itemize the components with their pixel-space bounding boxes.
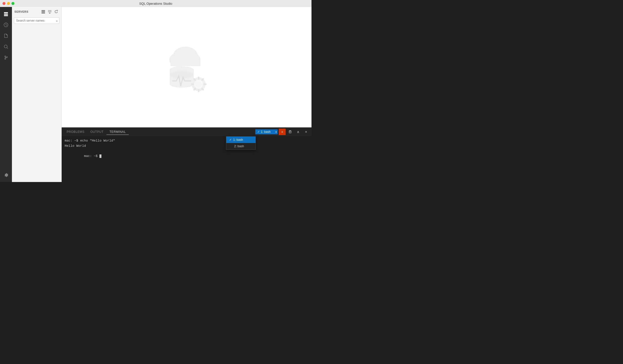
svg-rect-20 bbox=[171, 59, 200, 66]
session-option-1[interactable]: ✓ 1: bash bbox=[226, 137, 256, 143]
tab-output[interactable]: OUTPUT bbox=[88, 129, 107, 135]
svg-point-7 bbox=[5, 58, 6, 59]
sidebar-item-files[interactable] bbox=[1, 31, 11, 41]
svg-rect-29 bbox=[191, 83, 194, 85]
plus-icon: + bbox=[281, 130, 283, 134]
main-area: PROBLEMS OUTPUT TERMINAL ✓ 1: bash ▾ bbox=[62, 7, 312, 182]
sidebar-item-servers[interactable] bbox=[1, 9, 11, 19]
close-icon: × bbox=[305, 130, 307, 134]
session-1-label: 1: bash bbox=[233, 138, 243, 142]
terminal-line-1: mac: ~$ echo "Hello World" bbox=[65, 138, 309, 144]
svg-rect-0 bbox=[4, 12, 8, 13]
editor-area bbox=[62, 7, 312, 127]
check-icon: ✓ bbox=[229, 138, 232, 142]
tab-problems[interactable]: PROBLEMS bbox=[64, 129, 88, 135]
delete-terminal-button[interactable] bbox=[287, 129, 294, 135]
terminal-content: mac: ~$ echo "Hello World" Hello World m… bbox=[62, 136, 312, 182]
terminal-line-3: mac: ~$ bbox=[65, 149, 309, 164]
svg-point-4 bbox=[4, 45, 7, 48]
new-connection-button[interactable] bbox=[41, 9, 46, 14]
collapse-terminal-button[interactable]: ∧ bbox=[295, 129, 302, 135]
sidebar-content bbox=[12, 26, 61, 182]
svg-point-6 bbox=[5, 56, 6, 57]
terminal-session-selector[interactable]: ✓ 1: bash ▾ ✓ 1: bash 2: bbox=[255, 129, 278, 134]
svg-rect-1 bbox=[4, 14, 8, 15]
svg-point-26 bbox=[194, 80, 203, 89]
sidebar-item-history[interactable] bbox=[1, 20, 11, 30]
watermark bbox=[62, 37, 312, 97]
sidebar: SERVERS bbox=[12, 7, 62, 182]
activity-bar bbox=[0, 7, 12, 182]
app-container: SERVERS bbox=[0, 7, 312, 182]
maximize-button[interactable] bbox=[11, 2, 14, 5]
search-clear-button[interactable]: × bbox=[56, 19, 58, 23]
svg-point-24 bbox=[170, 71, 194, 78]
current-session-label: 1: bash bbox=[261, 130, 270, 134]
sidebar-title: SERVERS bbox=[14, 10, 28, 13]
svg-rect-30 bbox=[204, 83, 207, 85]
session-2-label: 2: bash bbox=[234, 145, 244, 148]
tab-terminal[interactable]: TERMINAL bbox=[106, 129, 129, 135]
svg-rect-13 bbox=[48, 10, 51, 11]
close-button[interactable] bbox=[2, 2, 5, 5]
minimize-button[interactable] bbox=[7, 2, 10, 5]
sidebar-item-search[interactable] bbox=[1, 42, 11, 52]
settings-icon[interactable] bbox=[1, 170, 11, 180]
sidebar-header: SERVERS bbox=[12, 7, 61, 16]
new-terminal-button[interactable]: + bbox=[279, 129, 286, 135]
window-title: SQL Operations Studio bbox=[139, 2, 172, 5]
svg-point-8 bbox=[6, 57, 7, 58]
terminal-line-2: Hello World bbox=[65, 144, 309, 149]
titlebar: SQL Operations Studio bbox=[0, 0, 312, 7]
sidebar-item-git[interactable] bbox=[1, 53, 11, 63]
svg-line-5 bbox=[7, 48, 8, 49]
svg-rect-10 bbox=[42, 10, 45, 11]
refresh-button[interactable] bbox=[53, 9, 59, 14]
terminal-prompt-3: mac: ~$ bbox=[84, 154, 99, 158]
terminal-session-dropdown: ✓ 1: bash 2: bash bbox=[226, 136, 256, 150]
session-option-2[interactable]: 2: bash bbox=[226, 143, 256, 149]
svg-rect-27 bbox=[198, 77, 199, 80]
close-terminal-button[interactable]: × bbox=[303, 129, 310, 135]
terminal-panel: PROBLEMS OUTPUT TERMINAL ✓ 1: bash ▾ bbox=[62, 127, 312, 182]
trash-icon bbox=[288, 130, 292, 134]
terminal-tabs-bar: PROBLEMS OUTPUT TERMINAL ✓ 1: bash ▾ bbox=[62, 128, 312, 136]
svg-rect-14 bbox=[48, 11, 51, 12]
svg-rect-2 bbox=[4, 15, 8, 16]
svg-rect-12 bbox=[42, 13, 45, 13]
terminal-session-display[interactable]: ✓ 1: bash bbox=[255, 129, 278, 134]
sidebar-action-icons bbox=[41, 9, 59, 14]
search-container: × bbox=[12, 16, 61, 26]
chevron-up-icon: ∧ bbox=[297, 130, 299, 134]
svg-rect-11 bbox=[42, 11, 45, 12]
terminal-controls: ✓ 1: bash ▾ ✓ 1: bash 2: bbox=[255, 129, 310, 135]
terminal-cursor bbox=[99, 154, 101, 158]
svg-rect-28 bbox=[198, 89, 199, 92]
checkmark-icon: ✓ bbox=[257, 130, 260, 134]
search-input[interactable] bbox=[14, 17, 59, 24]
new-folder-button[interactable] bbox=[47, 9, 52, 14]
traffic-lights bbox=[2, 2, 14, 5]
